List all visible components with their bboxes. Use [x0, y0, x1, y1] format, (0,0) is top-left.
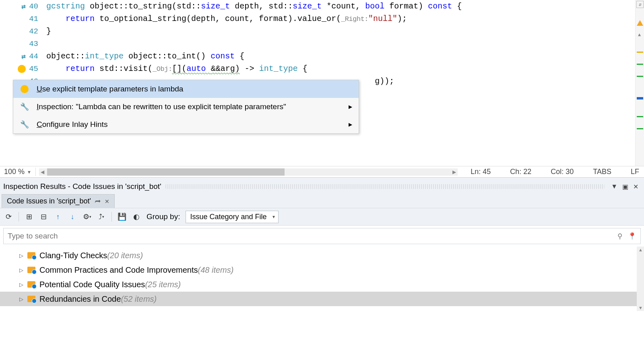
info-mark[interactable] [637, 116, 643, 117]
wrench-icon: 🔧 [20, 102, 29, 112]
folder-info-icon [27, 296, 35, 302]
group-by-dropdown[interactable]: Issue Category and File [186, 211, 278, 223]
zoom-dropdown[interactable]: 100 %▼ [0, 168, 36, 176]
menu-item-label: Inspection: "Lambda can be rewritten to … [37, 102, 286, 111]
change-marker-icon[interactable]: ⇄ [21, 52, 26, 61]
search-input[interactable] [8, 232, 617, 240]
folder-info-icon [27, 281, 35, 288]
folder-info-icon [27, 252, 35, 259]
tree-count: (48 items) [198, 265, 234, 275]
code-line[interactable]: ⇄44object::int_type object::to_int() con… [0, 50, 644, 62]
expand-icon[interactable]: ▷ [19, 267, 25, 273]
info-mark[interactable] [637, 76, 643, 77]
lightbulb-icon [20, 84, 29, 94]
status-line-endings[interactable]: LF [621, 168, 644, 176]
code-content[interactable]: return to_optional_string(depth, count, … [46, 14, 644, 23]
code-line[interactable]: 45 return std::visit(_Obj:[](auto &&arg)… [0, 62, 644, 75]
next-icon[interactable]: ↓ [68, 212, 77, 221]
scrollbar-thumb[interactable] [47, 168, 285, 176]
panel-title: Inspection Results - Code Issues in 'scr… [3, 182, 161, 191]
save-icon[interactable]: 💾 [118, 212, 126, 221]
status-line[interactable]: Ln: 45 [461, 168, 500, 176]
submenu-arrow-icon: ▶ [349, 104, 352, 110]
info-mark[interactable] [637, 128, 643, 129]
error-stripe[interactable]: ⇵ ▲ [635, 0, 644, 168]
tree-row[interactable]: ▷Potential Code Quality Issues (25 items… [0, 277, 644, 292]
code-content[interactable]: return std::visit(_Obj:[](auto &&arg) ->… [46, 64, 644, 73]
tab-pin-icon[interactable]: ⮫ [95, 198, 101, 205]
tree-row[interactable]: ▷Redundancies in Code (52 items) [0, 292, 644, 306]
line-number: 42 [28, 27, 46, 36]
split-icon[interactable]: ⇵ [636, 1, 644, 8]
panel-header: Inspection Results - Code Issues in 'scr… [0, 180, 644, 193]
search-pin-icon[interactable]: 📍 [628, 232, 636, 240]
code-content[interactable]: gcstring object::to_string(std::size_t d… [46, 2, 644, 11]
menu-item[interactable]: 🔧Configure Inlay Hints▶ [13, 116, 359, 133]
tab-code-issues[interactable]: Code Issues in 'script_bot' ⮫ ✕ [2, 194, 115, 208]
tree-label: Clang-Tidy Checks [39, 251, 107, 260]
line-number: 45 [28, 64, 46, 73]
line-number: 44 [28, 52, 46, 61]
panel-toolbar: ⟳ ⊞ ⊟ ↑ ↓ ⚙▾ ⤴▾ 💾 ◐ Group by: Issue Cate… [0, 208, 644, 226]
editor-status-bar: 100 %▼ ◀ ▶ Ln: 45 Ch: 22 Col: 30 TABS LF [0, 166, 644, 177]
expand-icon[interactable]: ▷ [19, 296, 25, 302]
tree-count: (25 items) [145, 280, 181, 289]
collapse-all-icon[interactable]: ⊟ [39, 212, 48, 221]
group-by-label: Group by: [147, 212, 180, 221]
code-line[interactable]: 42} [0, 25, 644, 37]
warning-mark[interactable] [637, 52, 643, 53]
expand-icon[interactable]: ▷ [19, 282, 25, 288]
settings-icon[interactable]: ⚙▾ [83, 212, 91, 221]
warning-indicator-icon[interactable] [637, 20, 643, 26]
horizontal-scrollbar[interactable]: ◀ ▶ [39, 168, 458, 176]
tree-row[interactable]: ▷Common Practices and Code Improvements … [0, 263, 644, 277]
wrench-icon: 🔧 [20, 120, 29, 129]
expand-all-icon[interactable]: ⊞ [25, 212, 33, 221]
pin-icon[interactable]: ▣ [620, 183, 631, 191]
quick-actions-menu: Use explicit template parameters in lamb… [13, 80, 359, 134]
menu-item[interactable]: 🔧Inspection: "Lambda can be rewritten to… [13, 98, 359, 116]
status-tabs[interactable]: TABS [583, 168, 621, 176]
issues-tree[interactable]: ▷Clang-Tidy Checks (20 items)▷Common Pra… [0, 247, 644, 311]
submenu-arrow-icon: ▶ [349, 122, 352, 127]
menu-item[interactable]: Use explicit template parameters in lamb… [13, 80, 359, 98]
code-line[interactable]: ⇄40gcstring object::to_string(std::size_… [0, 0, 644, 12]
tree-row[interactable]: ▷Clang-Tidy Checks (20 items) [0, 248, 644, 263]
code-content[interactable]: object::int_type object::to_int() const … [46, 52, 644, 61]
tree-label: Common Practices and Code Improvements [39, 265, 198, 275]
lightbulb-icon[interactable] [18, 65, 26, 73]
gutter[interactable]: ⇄ [0, 2, 28, 11]
tree-label: Redundancies in Code [39, 294, 121, 304]
search-options-icon[interactable]: ⚲ [617, 232, 622, 240]
tree-count: (52 items) [121, 294, 157, 304]
code-line[interactable]: 43 [0, 37, 644, 50]
expand-icon[interactable]: ▷ [19, 253, 25, 259]
panel-grip[interactable] [165, 184, 605, 189]
prev-icon[interactable]: ↑ [54, 212, 62, 221]
status-col[interactable]: Col: 30 [541, 168, 583, 176]
folder-info-icon [27, 267, 35, 273]
export-icon[interactable]: ⤴▾ [97, 212, 106, 221]
panel-menu-icon[interactable]: ▼ [609, 183, 620, 190]
gutter[interactable] [0, 65, 28, 73]
close-icon[interactable]: ✕ [631, 183, 641, 191]
code-line[interactable]: 41 return to_optional_string(depth, coun… [0, 12, 644, 25]
panel-tab-bar: Code Issues in 'script_bot' ⮫ ✕ [0, 193, 644, 208]
code-content[interactable]: } [46, 27, 644, 36]
line-number: 43 [28, 39, 46, 48]
filter-icon[interactable]: ◐ [132, 212, 141, 221]
gutter[interactable]: ⇄ [0, 52, 28, 61]
refresh-icon[interactable]: ⟳ [4, 212, 13, 221]
tab-close-icon[interactable]: ✕ [105, 198, 109, 205]
line-number: 41 [28, 15, 46, 23]
tree-count: (20 items) [107, 251, 143, 260]
caret-mark[interactable] [637, 97, 643, 100]
tree-vertical-scrollbar[interactable]: ▲ ▼ [637, 247, 644, 311]
code-editor[interactable]: ⇄40gcstring object::to_string(std::size_… [0, 0, 644, 177]
info-mark[interactable] [637, 64, 643, 65]
menu-item-label: Use explicit template parameters in lamb… [37, 85, 183, 93]
scroll-up-icon[interactable]: ▲ [638, 32, 641, 38]
status-char[interactable]: Ch: 22 [500, 168, 541, 176]
change-marker-icon[interactable]: ⇄ [21, 2, 26, 11]
panel-search-row: ⚲ 📍 [3, 228, 641, 244]
